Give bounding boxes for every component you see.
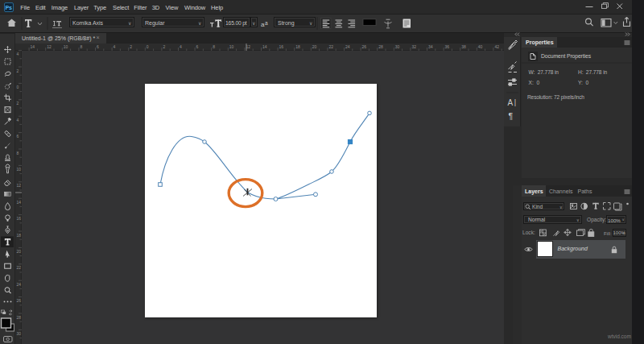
svg-text:¶: ¶ <box>509 111 514 121</box>
svg-text:|: | <box>514 98 516 106</box>
svg-text:A: A <box>508 98 514 107</box>
